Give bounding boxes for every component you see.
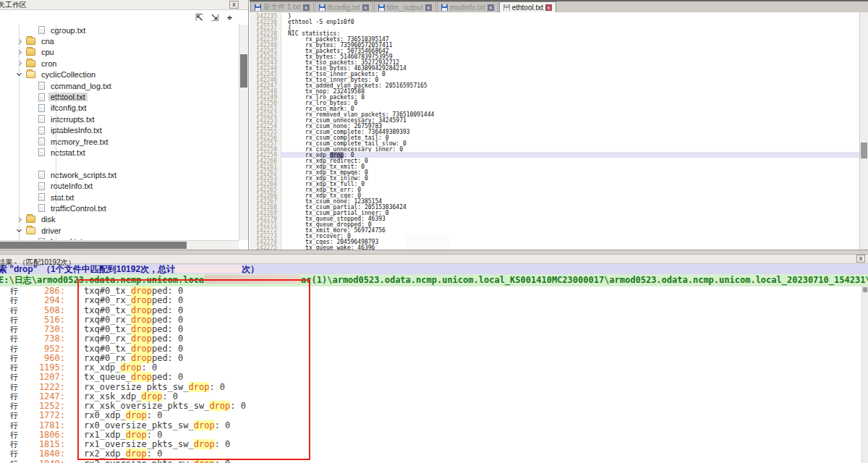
editor-line[interactable]: 142271 tx_queue_dropped: 0	[250, 221, 859, 227]
editor-line[interactable]: 142259 rx_xdp_drop: 0	[250, 152, 859, 158]
results-vscroll-thumb[interactable]	[863, 287, 867, 292]
editor-line[interactable]: 142256 rx_csum_complete_tail: 0	[250, 135, 859, 140]
tree-item-cpu[interactable]: cpu	[0, 47, 239, 58]
search-result-row[interactable]: 行1806:rx1_xdp_drop: 0	[0, 430, 861, 440]
editor-line[interactable]: 142263 rx_xdp_tx_inlnw: 0	[250, 175, 859, 181]
tab-close-icon[interactable]: x	[545, 4, 552, 11]
search-result-row[interactable]: 行516:rxq#0_rx_dropped: 0	[0, 315, 861, 325]
chevron-right-icon[interactable]	[17, 217, 22, 222]
editor-line[interactable]: 142261 rx_xdp_tx_xmit: 0	[250, 163, 859, 169]
search-result-row[interactable]: 行1849:rx2_oversize_pkts_sw_drop: 0	[0, 459, 861, 463]
tree-item-cycliccollection[interactable]: cyclicCollection	[0, 69, 239, 80]
search-result-row[interactable]: 行1252:rx_xsk_oversize_pkts_sw_drop: 0	[0, 402, 861, 411]
editor-line[interactable]: 142246 tx_tso_inner_bytes: 0	[250, 77, 859, 82]
editor-line[interactable]: 142248 tx_nop: 232419588	[250, 88, 859, 94]
search-result-row[interactable]: 行730:txq#0_tx_dropped: 0	[0, 325, 861, 334]
search-result-row[interactable]: 行294:rxq#0_rx_dropped: 0	[0, 296, 861, 305]
editor-line[interactable]: 142269 tx_csum_partial_inner: 0	[250, 210, 859, 216]
search-result-row[interactable]: 行1781:rx0_oversize_pkts_sw_drop: 0	[0, 421, 861, 430]
tree-item-netstat-txt[interactable]: netstat.txt	[0, 147, 239, 158]
tree-vertical-scrollbar[interactable]	[239, 25, 248, 240]
editor-line[interactable]: 142252 rx_removed_vlan_packets: 73651009…	[250, 111, 859, 117]
search-result-row[interactable]: 行1207:tx_queue_dropped: 0	[0, 373, 861, 382]
tree-item-network-scripts-txt[interactable]: network_scripts.txt	[0, 169, 239, 180]
editor-line[interactable]: 142260 rx_xdp_redirect: 0	[250, 158, 859, 163]
tree-item-cgroup-txt[interactable]: cgroup.txt	[0, 25, 239, 35]
workspace-close-icon[interactable]: x	[229, 1, 239, 9]
chevron-down-icon[interactable]	[17, 71, 22, 76]
locate-file-icon[interactable]: ⌖	[227, 13, 232, 22]
tree-item-memory-free-txt[interactable]: memory_free.txt	[0, 136, 239, 147]
editor-line[interactable]: 142247 tx_added_vlan_packets: 2051659571…	[250, 82, 859, 88]
editor-line[interactable]: 142243 tx_tso_packets: 35272932712	[250, 59, 859, 65]
tree-horizontal-scrollbar[interactable]	[0, 240, 239, 250]
collapse-all-icon[interactable]: ⇲	[211, 13, 219, 22]
editor-line[interactable]: 142244 tx_tso_bytes: 463099429284214	[250, 65, 859, 71]
tab-close-icon[interactable]: x	[425, 4, 432, 11]
results-vertical-scrollbar[interactable]	[861, 286, 868, 463]
tree-item-command-log-txt[interactable]: command_log.txt	[0, 80, 239, 91]
editor-line[interactable]: 142242 tx_bytes: 514607839753959	[250, 54, 859, 59]
expand-all-icon[interactable]: ⇱	[195, 13, 203, 22]
editor-line[interactable]: 142275 tx_queue_wake: 46396	[250, 245, 859, 250]
editor-line[interactable]: 142270 tx_queue_stopped: 46393	[250, 216, 859, 221]
tree-item-trafficcontrol-txt[interactable]: trafficControl.txt	[0, 203, 239, 213]
results-close-icon[interactable]: x	[856, 255, 865, 263]
tree-item-ethtool-txt[interactable]: ethtool.txt	[0, 91, 239, 102]
editor-vertical-scrollbar[interactable]	[859, 12, 868, 250]
chevron-right-icon[interactable]	[17, 50, 22, 55]
tab-close-icon[interactable]: x	[362, 4, 369, 11]
editor-line[interactable]: 142241 tx_packets: 507354668642	[250, 48, 859, 54]
chevron-right-icon[interactable]	[17, 39, 22, 44]
editor-line[interactable]: 142268 tx_csum_partial: 205153836424	[250, 204, 859, 210]
search-result-row[interactable]: 行1772:rx0_xdp_drop: 0	[0, 411, 861, 420]
tree-item-disk[interactable]: disk	[0, 214, 239, 225]
editor-line[interactable]: 142267 tx_csum_none: 12385154	[250, 198, 859, 204]
tree-item-cron[interactable]: cron	[0, 58, 239, 69]
tree-hscroll-thumb[interactable]	[0, 242, 187, 249]
editor-line[interactable]: 142257 rx_csum_complete_tail_slow: 0	[250, 140, 859, 146]
tree-item-iptablesinfo-txt[interactable]: iptablesInfo.txt	[0, 125, 239, 136]
editor-line[interactable]: 142255 rx_csum_complete: 736449389393	[250, 129, 859, 135]
editor-line[interactable]: 142274 tx_cqes: 204596498793	[250, 239, 859, 245]
editor-line[interactable]: 142249 rx_lro_packets: 0	[250, 94, 859, 100]
tree-item-driver[interactable]: driver	[0, 225, 239, 236]
panel-splitter[interactable]	[0, 250, 868, 255]
search-result-row[interactable]: 行1195:rx_xdp_drop: 0	[0, 363, 861, 373]
chevron-down-icon[interactable]	[17, 227, 22, 232]
editor-line[interactable]: 142250 rx_lro_bytes: 0	[250, 100, 859, 106]
editor-line[interactable]: 142272 tx_xmit_more: 569724756	[250, 227, 859, 233]
tree-item-stat-txt[interactable]: stat.txt	[0, 192, 239, 203]
search-result-row[interactable]: 行738:rxq#0_rx_dropped: 0	[0, 334, 861, 344]
tree-item-routeinfo-txt[interactable]: routeInfo.txt	[0, 180, 239, 191]
tab-fdm-output[interactable]: fdm_outputx	[374, 1, 436, 12]
search-result-row[interactable]: 行1815:rx1_oversize_pkts_sw_drop: 0	[0, 440, 861, 449]
editor-line[interactable]: 142236ethtool -S enp1s0f0	[250, 19, 859, 25]
editor-line[interactable]: 142264 rx_xdp_tx_full: 0	[250, 181, 859, 187]
tab-ifconfig-txt[interactable]: ifconfig.txtx	[315, 1, 373, 12]
tab-modinfo-txt[interactable]: modinfo.txtx	[437, 1, 498, 12]
tree-item-ifconfig-txt[interactable]: ifconfig.txt	[0, 103, 239, 114]
search-result-row[interactable]: 行508:txq#0_tx_dropped: 0	[0, 306, 861, 315]
search-result-row[interactable]: 行1222:rx_oversize_pkts_sw_drop: 0	[0, 383, 861, 392]
search-result-row[interactable]: 行952:txq#0_tx_dropped: 0	[0, 344, 861, 354]
editor[interactable]: 142235}142236ethtool -S enp1s0f0142237{1…	[250, 12, 859, 250]
editor-line[interactable]: 142262 rx_xdp_tx_mpwqe: 0	[250, 169, 859, 175]
editor-line[interactable]: 142245 tx_tso_inner_packets: 0	[250, 71, 859, 77]
tree-item-cna[interactable]: cna	[0, 35, 239, 46]
editor-vscroll-thumb[interactable]	[861, 143, 867, 158]
editor-line[interactable]: 142253 rx_csum_unnecessary: 34245971	[250, 117, 859, 123]
tree-item-interrupts-txt[interactable]: interrupts.txt	[0, 114, 239, 124]
search-result-row[interactable]: 行1247:rx_xsk_xdp_drop: 0	[0, 392, 861, 402]
editor-line[interactable]: 142235}	[250, 13, 859, 19]
editor-line[interactable]: 142265 rx_xdp_tx_err: 0	[250, 187, 859, 192]
editor-line[interactable]: 142273 tx_recover: 0	[250, 233, 859, 239]
search-result-row[interactable]: 行286:txq#0_tx_dropped: 0	[0, 286, 861, 296]
editor-line[interactable]: 142237{	[250, 25, 859, 30]
tree-vscroll-thumb[interactable]	[240, 54, 247, 88]
tab-close-icon[interactable]: x	[488, 4, 494, 11]
tab-ethtool-txt[interactable]: ethtool.txtx	[499, 1, 556, 12]
editor-line[interactable]: 142240 rx_bytes: 735960572057411	[250, 42, 859, 48]
editor-line[interactable]: 142251 rx_ecn_mark: 0	[250, 106, 859, 111]
editor-line[interactable]: 142266 rx_xdp_tx_cqe: 0	[250, 192, 859, 198]
